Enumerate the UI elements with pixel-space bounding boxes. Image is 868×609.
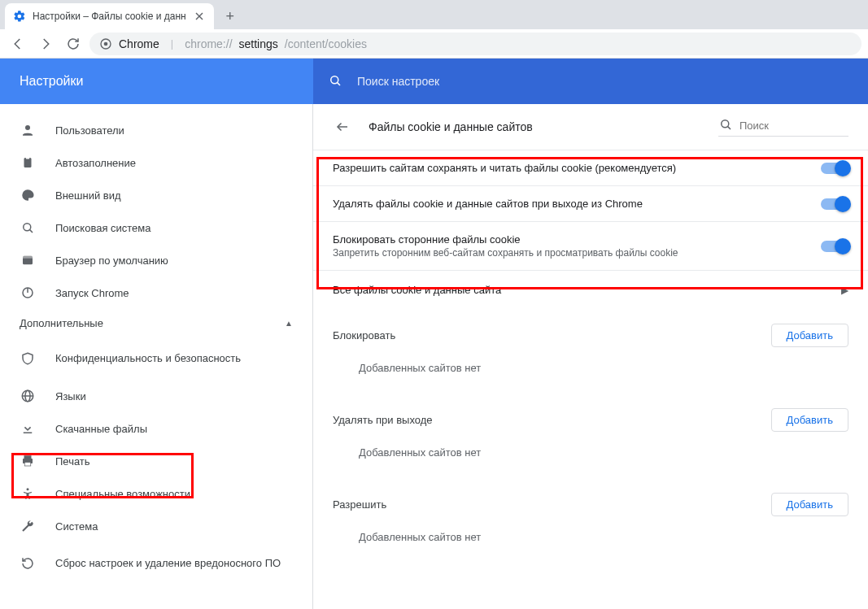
svg-rect-12 — [23, 256, 33, 259]
all-cookies-link[interactable]: Все файлы cookie и данные сайта ▶ — [313, 270, 868, 309]
power-icon — [20, 285, 36, 301]
url-host: chrome:// — [185, 37, 232, 50]
svg-rect-7 — [24, 158, 32, 167]
svg-point-24 — [722, 120, 729, 128]
search-icon — [20, 220, 36, 236]
globe-icon — [20, 388, 36, 404]
page-search-input[interactable] — [739, 120, 837, 132]
person-icon — [20, 122, 36, 138]
section-allow: Разрешить Добавить — [313, 478, 868, 524]
settings-header: Настройки — [0, 59, 868, 104]
address-bar[interactable]: Chrome | chrome://settings/content/cooki… — [89, 33, 861, 55]
svg-rect-18 — [24, 433, 33, 434]
section-clear-on-exit: Удалять при выходе Добавить — [313, 394, 868, 440]
settings-sidebar: Пользователи Автозаполнение Внешний вид … — [0, 104, 313, 609]
sidebar-item-privacy[interactable]: Конфиденциальность и безопасность — [0, 337, 312, 380]
svg-rect-8 — [26, 157, 30, 159]
print-icon — [20, 453, 36, 469]
toggle-block-third-party[interactable] — [821, 241, 848, 252]
clear-empty: Добавленных сайтов нет — [313, 440, 868, 478]
tab-title: Настройки – Файлы cookie и данн — [33, 11, 186, 22]
sidebar-item-accessibility[interactable]: Специальные возможности — [0, 477, 312, 510]
svg-line-5 — [338, 82, 340, 85]
sidebar-item-default-browser[interactable]: Браузер по умолчанию — [0, 244, 312, 276]
search-icon — [718, 117, 733, 134]
settings-search-input[interactable] — [357, 75, 853, 88]
add-block-button[interactable]: Добавить — [771, 324, 848, 347]
page-back-button[interactable] — [333, 117, 352, 137]
browser-toolbar: Chrome | chrome://settings/content/cooki… — [0, 29, 868, 59]
wrench-icon — [20, 518, 36, 534]
url-scheme: Chrome — [119, 37, 159, 50]
sidebar-item-languages[interactable]: Языки — [0, 380, 312, 412]
add-clear-button[interactable]: Добавить — [771, 408, 848, 432]
svg-rect-19 — [24, 455, 32, 459]
svg-point-4 — [331, 76, 338, 83]
sidebar-item-search[interactable]: Поисковая система — [0, 211, 312, 244]
svg-line-10 — [30, 230, 33, 233]
sidebar-item-startup[interactable]: Запуск Chrome — [0, 276, 312, 309]
reload-button[interactable] — [62, 33, 85, 55]
svg-point-22 — [27, 488, 29, 490]
svg-point-9 — [24, 224, 31, 231]
close-icon[interactable] — [193, 10, 206, 23]
sidebar-item-autofill[interactable]: Автозаполнение — [0, 146, 312, 179]
gear-icon — [13, 10, 26, 23]
toggle-clear-on-exit[interactable] — [821, 198, 848, 210]
browser-tab[interactable]: Настройки – Файлы cookie и данн — [5, 3, 214, 29]
sidebar-item-print[interactable]: Печать — [0, 445, 312, 477]
forward-button[interactable] — [34, 33, 57, 55]
settings-main: Файлы cookie и данные сайтов Разрешить с… — [313, 104, 868, 609]
page-title: Файлы cookie и данные сайтов — [369, 120, 702, 133]
section-block: Блокировать Добавить — [313, 309, 868, 355]
download-icon — [20, 420, 36, 437]
setting-allow-cookies: Разрешить сайтам сохранять и читать файл… — [313, 150, 868, 185]
chevron-up-icon: ▲ — [285, 319, 293, 328]
svg-point-3 — [104, 41, 108, 46]
back-button[interactable] — [7, 33, 29, 55]
svg-line-25 — [728, 127, 731, 129]
chevron-right-icon: ▶ — [841, 285, 848, 296]
svg-rect-21 — [24, 463, 31, 467]
shield-icon — [20, 350, 36, 367]
clipboard-icon — [20, 154, 36, 171]
sidebar-item-reset[interactable]: Сброс настроек и удаление вредоносного П… — [0, 542, 312, 585]
setting-block-third-party: Блокировать сторонние файлы cookie Запре… — [313, 221, 868, 270]
allow-empty: Добавленных сайтов нет — [313, 524, 868, 563]
sidebar-section-advanced[interactable]: Дополнительные ▲ — [0, 309, 312, 337]
accessibility-icon — [20, 485, 36, 502]
chrome-icon — [99, 37, 112, 50]
toggle-allow-cookies[interactable] — [821, 163, 848, 174]
sidebar-item-users[interactable]: Пользователи — [0, 114, 312, 146]
new-tab-button[interactable]: + — [219, 5, 242, 28]
browser-tabstrip: Настройки – Файлы cookie и данн + — [0, 0, 868, 29]
sidebar-item-downloads[interactable]: Скачанные файлы — [0, 412, 312, 445]
sidebar-item-system[interactable]: Система — [0, 510, 312, 542]
palette-icon — [20, 187, 36, 203]
restore-icon — [20, 555, 36, 572]
settings-search-bar[interactable] — [313, 59, 868, 104]
search-icon — [328, 73, 342, 90]
setting-clear-on-exit: Удалять файлы cookie и данные сайтов при… — [313, 185, 868, 221]
svg-point-6 — [25, 125, 30, 130]
settings-title: Настройки — [0, 74, 313, 89]
page-search[interactable] — [718, 117, 848, 137]
block-empty: Добавленных сайтов нет — [313, 355, 868, 394]
add-allow-button[interactable]: Добавить — [771, 493, 848, 516]
sidebar-item-appearance[interactable]: Внешний вид — [0, 179, 312, 211]
browser-icon — [20, 252, 36, 268]
